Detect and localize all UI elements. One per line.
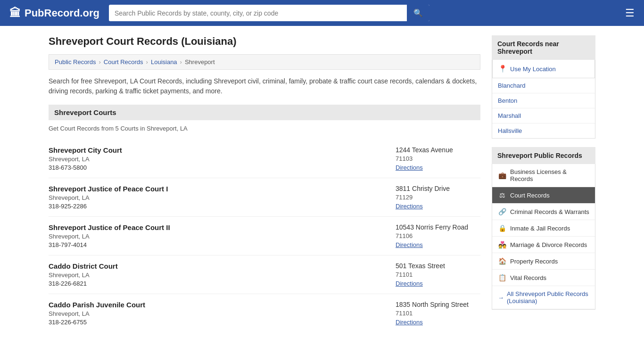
court-left: Shreveport City Court Shreveport, LA 318… [49,146,122,171]
courts-section-header: Shreveport Courts [49,105,480,120]
breadcrumb-court-records[interactable]: Court Records [104,58,143,66]
record-type-label: Vital Records [510,274,546,281]
court-left: Shreveport Justice of Peace Court I Shre… [49,185,168,210]
court-right: 501 Texas Street 71101 Directions [396,262,480,287]
breadcrumb-louisiana[interactable]: Louisiana [151,58,177,66]
court-city: Shreveport, LA [49,233,170,240]
breadcrumb-sep-3: › [180,58,182,66]
site-header: 🏛 PubRecord.org 🔍 ☰ [0,0,644,26]
sidebar-nearby: Court Records near Shreveport 📍 Use My L… [492,35,595,139]
court-zip: 71101 [396,271,480,278]
public-records-title: Shreveport Public Records [492,147,595,164]
court-name: Shreveport Justice of Peace Court II [49,223,170,231]
all-records-anchor[interactable]: All Shreveport Public Records (Louisiana… [507,290,589,304]
site-logo[interactable]: 🏛 PubRecord.org [9,7,99,20]
use-location-button[interactable]: 📍 Use My Location [492,60,595,78]
record-type-label: Property Records [510,258,558,265]
court-name: Caddo Parish Juvenile Court [49,301,145,309]
record-type-icon: 🔗 [498,208,506,215]
record-type-item[interactable]: ⚖ Court Records [492,187,595,204]
directions-link[interactable]: Directions [396,280,423,287]
court-right: 1835 North Spring Street 71101 Direction… [396,301,480,326]
record-type-item[interactable]: 🔗 Criminal Records & Warrants [492,204,595,220]
court-phone: 318-925-2286 [49,203,168,210]
court-entry: Shreveport City Court Shreveport, LA 318… [49,140,480,178]
record-type-item[interactable]: 💑 Marriage & Divorce Records [492,237,595,253]
court-left: Shreveport Justice of Peace Court II Shr… [49,223,170,248]
record-type-icon: 🔒 [498,224,506,232]
directions-link[interactable]: Directions [396,164,423,171]
court-right: 10543 Norris Ferry Road 71106 Directions [396,223,480,248]
search-button[interactable]: 🔍 [407,5,429,21]
court-name: Shreveport City Court [49,146,122,154]
nearby-place-item: Hallsville [492,123,595,138]
breadcrumb-current: Shreveport [185,58,215,66]
courts-count: Get Court Records from 5 Courts in Shrev… [49,125,480,132]
court-left: Caddo District Court Shreveport, LA 318-… [49,262,118,287]
court-address: 1244 Texas Avenue [396,146,480,154]
sidebar-public-records: Shreveport Public Records 💼 Business Lic… [492,147,595,310]
page-description: Search for free Shreveport, LA Court Rec… [49,76,480,96]
court-zip: 71103 [396,155,480,162]
court-phone: 318-797-4014 [49,241,170,248]
court-left: Caddo Parish Juvenile Court Shreveport, … [49,301,145,326]
location-icon: 📍 [498,65,507,73]
logo-text: PubRecord.org [25,7,99,19]
court-entry: Caddo Parish Juvenile Court Shreveport, … [49,294,480,332]
record-type-icon: 💑 [498,241,506,248]
breadcrumb: Public Records › Court Records › Louisia… [49,54,480,70]
record-type-label: Business Licenses & Records [510,168,589,182]
nearby-place-link[interactable]: Benton [498,97,517,104]
record-type-label: Inmate & Jail Records [510,225,570,232]
main-container: Shreveport Court Records (Louisiana) Pub… [39,26,605,342]
record-type-label: Criminal Records & Warrants [510,208,589,215]
court-phone: 318-673-5800 [49,164,122,171]
breadcrumb-sep-2: › [146,58,148,66]
court-zip: 71101 [396,310,480,317]
nearby-place-item: Benton [492,93,595,108]
breadcrumb-public-records[interactable]: Public Records [55,58,96,66]
court-zip: 71106 [396,232,480,239]
record-list: 💼 Business Licenses & Records ⚖ Court Re… [492,164,595,310]
nearby-place-link[interactable]: Blanchard [498,82,526,89]
record-type-item[interactable]: 🏠 Property Records [492,253,595,270]
court-city: Shreveport, LA [49,156,122,163]
nearby-place-link[interactable]: Marshall [498,112,521,119]
breadcrumb-sep-1: › [99,58,100,66]
nearby-place-item: Marshall [492,108,595,123]
search-bar: 🔍 [109,5,429,21]
arrow-icon: → [498,294,504,301]
court-address: 1835 North Spring Street [396,301,480,308]
record-type-item[interactable]: 🔒 Inmate & Jail Records [492,220,595,237]
court-right: 3811 Christy Drive 71129 Directions [396,185,480,210]
court-city: Shreveport, LA [49,272,118,279]
record-type-icon: 🏠 [498,257,506,265]
hamburger-button[interactable]: ☰ [625,7,635,19]
directions-link[interactable]: Directions [396,319,423,326]
all-records-link[interactable]: →All Shreveport Public Records (Louisian… [492,286,595,309]
directions-link[interactable]: Directions [396,203,423,210]
record-type-item[interactable]: 💼 Business Licenses & Records [492,164,595,187]
court-address: 3811 Christy Drive [396,185,480,192]
nearby-place-link[interactable]: Hallsville [498,127,522,134]
search-input[interactable] [109,6,407,21]
court-address: 10543 Norris Ferry Road [396,223,480,231]
record-type-icon: 💼 [498,172,506,179]
nearby-list: 📍 Use My Location BlanchardBentonMarshal… [492,60,595,139]
court-name: Shreveport Justice of Peace Court I [49,185,168,193]
record-type-label: Marriage & Divorce Records [510,241,587,248]
sidebar: Court Records near Shreveport 📍 Use My L… [492,35,595,332]
building-icon: 🏛 [9,7,21,20]
record-type-label: Court Records [510,192,550,199]
court-entry: Shreveport Justice of Peace Court I Shre… [49,178,480,217]
record-type-icon: 📋 [498,274,506,281]
court-entry: Caddo District Court Shreveport, LA 318-… [49,255,480,294]
nearby-title: Court Records near Shreveport [492,35,595,60]
page-title: Shreveport Court Records (Louisiana) [49,35,480,48]
court-address: 501 Texas Street [396,262,480,270]
record-type-icon: ⚖ [498,191,506,199]
content-area: Shreveport Court Records (Louisiana) Pub… [49,35,480,332]
record-type-item[interactable]: 📋 Vital Records [492,270,595,286]
court-city: Shreveport, LA [49,310,145,317]
directions-link[interactable]: Directions [396,241,423,248]
